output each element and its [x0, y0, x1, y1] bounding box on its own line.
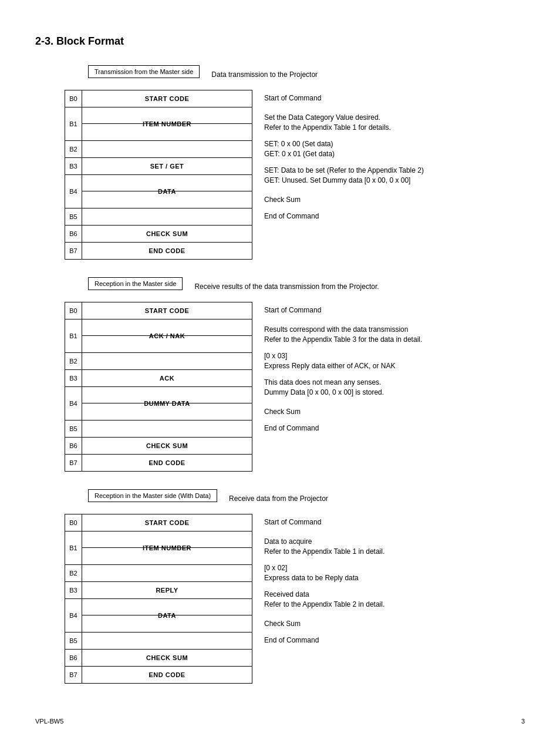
- section-header-label: Reception in the Master side: [88, 277, 183, 290]
- desc-item: This data does not mean any senses.Dummy…: [264, 371, 422, 404]
- footer-left: VPL-BW5: [35, 718, 63, 725]
- section-header-label: Reception in the Master side (With Data): [88, 489, 217, 502]
- cell-content: START CODE: [82, 302, 252, 319]
- cell-label: ACK / NAK: [82, 319, 252, 352]
- byte-label: B7: [65, 455, 82, 471]
- desc-line: Refer to the Appendix Table 1 in detail.: [264, 547, 384, 557]
- byte-label: B1: [65, 531, 82, 564]
- cell-content: CHECK SUM: [82, 438, 252, 454]
- table-row: B3SET / GET: [65, 158, 252, 175]
- cell-content: START CODE: [82, 90, 252, 107]
- table-row: B1ACK / NAK: [65, 319, 252, 353]
- byte-label: B1: [65, 107, 82, 140]
- byte-label: B6: [65, 438, 82, 454]
- desc-item: Start of Command: [264, 514, 384, 530]
- table-area: B0START CODEB1ITEM NUMBERB2B3SET / GETB4…: [35, 90, 525, 260]
- byte-label: B5: [65, 208, 82, 225]
- byte-label: B4: [65, 175, 82, 208]
- desc-item: End of Command: [264, 420, 422, 437]
- byte-label: B3: [65, 582, 82, 598]
- desc-item: End of Command: [264, 208, 424, 225]
- table-row: B2: [65, 565, 252, 582]
- desc-item: SET: Data to be set (Refer to the Append…: [264, 159, 424, 192]
- desc-line: Refer to the Appendix Table 2 in detail.: [264, 600, 384, 610]
- desc-line: SET: Data to be set (Refer to the Append…: [264, 166, 424, 176]
- byte-label: B0: [65, 514, 82, 531]
- byte-label: B2: [65, 565, 82, 581]
- table-row: B0START CODE: [65, 302, 252, 319]
- byte-label: B0: [65, 90, 82, 107]
- table-area: B0START CODEB1ACK / NAKB2B3ACKB4DUMMY DA…: [35, 302, 525, 472]
- byte-label: B7: [65, 243, 82, 259]
- desc-line: Data to acquire: [264, 537, 384, 547]
- section-reception-data: Reception in the Master side (With Data)…: [35, 489, 525, 684]
- byte-label: B3: [65, 370, 82, 386]
- cell-label: DATA: [82, 599, 252, 632]
- desc-item: Data to acquireRefer to the Appendix Tab…: [264, 530, 384, 563]
- desc-line: Results correspond with the data transmi…: [264, 325, 422, 335]
- byte-label: B5: [65, 633, 82, 649]
- cell-content: SET / GET: [82, 158, 252, 174]
- desc-item: [0 x 02]Express data to be Reply data: [264, 563, 384, 583]
- desc-item: Received dataRefer to the Appendix Table…: [264, 583, 384, 616]
- table-row: B6CHECK SUM: [65, 226, 252, 243]
- cell-content: ACK: [82, 370, 252, 386]
- desc-item: Results correspond with the data transmi…: [264, 318, 422, 351]
- section-header-desc: Receive data from the Projector: [229, 494, 328, 503]
- section-header-label: Transmission from the Master side: [88, 65, 200, 78]
- cell-content: REPLY: [82, 582, 252, 598]
- desc-line: GET: 0 x 01 (Get data): [264, 149, 335, 159]
- desc-line: GET: Unused. Set Dummy data [0 x 00, 0 x…: [264, 176, 424, 186]
- section-header-row: Reception in the Master sideReceive resu…: [35, 277, 525, 296]
- desc-line: Express data to be Reply data: [264, 573, 359, 583]
- desc-item: Check Sum: [264, 616, 384, 633]
- desc-line: Refer to the Appendix Table 3 for the da…: [264, 335, 422, 345]
- byte-label: B6: [65, 650, 82, 666]
- cell-label: ITEM NUMBER: [82, 107, 252, 140]
- table-row: B3REPLY: [65, 582, 252, 599]
- byte-label: B2: [65, 141, 82, 157]
- cell-content-top: ITEM NUMBER: [82, 531, 252, 548]
- block-table: B0START CODEB1ACK / NAKB2B3ACKB4DUMMY DA…: [65, 302, 252, 472]
- cell-content-top: DATA: [82, 599, 252, 615]
- page-title: 2-3. Block Format: [35, 35, 525, 48]
- table-row: B4DUMMY DATA: [65, 387, 252, 420]
- cell-content-top: ITEM NUMBER: [82, 107, 252, 124]
- cell-content-top: ACK / NAK: [82, 319, 252, 336]
- table-row: B5: [65, 633, 252, 650]
- table-row: B2: [65, 353, 252, 370]
- section-reception: Reception in the Master sideReceive resu…: [35, 277, 525, 472]
- desc-line: Set the Data Category Value desired.: [264, 113, 391, 123]
- byte-label: B6: [65, 226, 82, 242]
- section-header-row: Transmission from the Master sideData tr…: [35, 65, 525, 84]
- cell-label: ITEM NUMBER: [82, 531, 252, 564]
- table-area: B0START CODEB1ITEM NUMBERB2B3REPLYB4DATA…: [35, 514, 525, 684]
- byte-label: B4: [65, 599, 82, 632]
- table-row: B6CHECK SUM: [65, 650, 252, 667]
- section-header-row: Reception in the Master side (With Data)…: [35, 489, 525, 508]
- table-row: B5: [65, 420, 252, 438]
- desc-line: Refer to the Appendix Table 1 for detail…: [264, 123, 391, 133]
- desc-line: Express Reply data either of ACK, or NAK: [264, 361, 395, 371]
- cell-content: END CODE: [82, 243, 252, 259]
- desc-line: Received data: [264, 590, 384, 600]
- byte-label: B4: [65, 387, 82, 420]
- desc-item: [0 x 03]Express Reply data either of ACK…: [264, 351, 422, 371]
- desc-item: Set the Data Category Value desired.Refe…: [264, 106, 424, 139]
- block-table: B0START CODEB1ITEM NUMBERB2B3SET / GETB4…: [65, 90, 252, 260]
- desc-line: [0 x 02]: [264, 563, 359, 573]
- page: 2-3. Block Format Transmission from the …: [0, 0, 560, 730]
- desc-item: Start of Command: [264, 302, 422, 318]
- section-header-desc: Data transmission to the Projector: [211, 70, 318, 79]
- cell-content-top: DUMMY DATA: [82, 387, 252, 403]
- cell-content: END CODE: [82, 455, 252, 471]
- byte-label: B3: [65, 158, 82, 174]
- cell-content-top: DATA: [82, 175, 252, 191]
- cell-label: DUMMY DATA: [82, 387, 252, 420]
- cell-content: CHECK SUM: [82, 650, 252, 666]
- descriptions: Start of CommandSet the Data Category Va…: [264, 90, 424, 225]
- table-row: B5: [65, 208, 252, 226]
- table-row: B6CHECK SUM: [65, 438, 252, 455]
- desc-item: SET: 0 x 00 (Set data)GET: 0 x 01 (Get d…: [264, 139, 424, 159]
- section-header-desc: Receive results of the data transmission…: [194, 282, 379, 291]
